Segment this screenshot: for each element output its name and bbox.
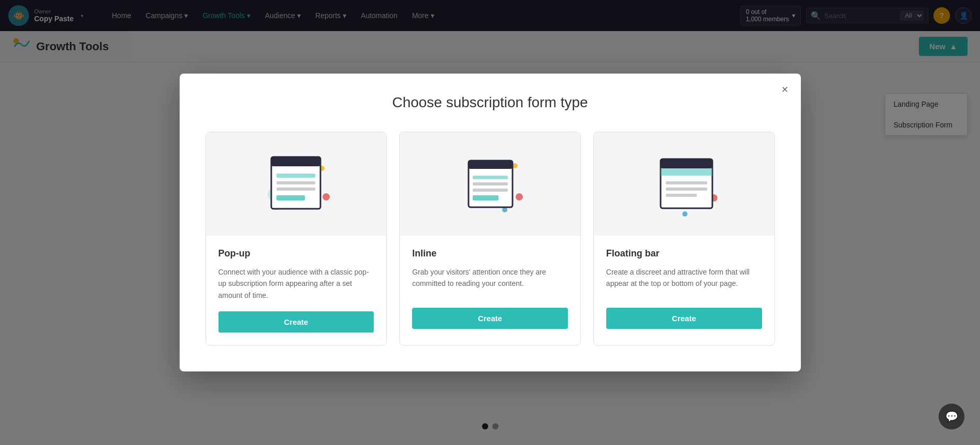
modal-cards: Pop-up Connect with your audience with a… xyxy=(206,132,775,346)
svg-rect-7 xyxy=(276,174,315,178)
modal-overlay: × Choose subscription form type xyxy=(0,0,980,445)
inline-card-title: Inline xyxy=(412,248,568,259)
svg-rect-26 xyxy=(661,159,712,168)
svg-point-13 xyxy=(516,193,523,200)
chat-button[interactable]: 💬 xyxy=(939,404,964,429)
inline-card-description: Grab your visitors' attention once they … xyxy=(412,266,568,297)
floating-bar-card-body: Floating bar Create a discreet and attra… xyxy=(594,236,774,341)
svg-rect-9 xyxy=(276,188,315,191)
chat-icon: 💬 xyxy=(945,410,958,423)
popup-illustration xyxy=(206,132,387,236)
popup-card-description: Connect with your audience with a classi… xyxy=(218,266,374,301)
popup-card: Pop-up Connect with your audience with a… xyxy=(206,132,387,346)
svg-rect-20 xyxy=(473,195,499,200)
svg-rect-28 xyxy=(666,181,707,184)
svg-rect-17 xyxy=(473,176,508,179)
svg-point-3 xyxy=(323,193,330,200)
modal-title: Choose subscription form type xyxy=(206,94,775,111)
inline-illustration-svg xyxy=(444,137,537,231)
modal-close-button[interactable]: × xyxy=(782,84,788,95)
inline-create-button[interactable]: Create xyxy=(412,308,568,329)
popup-illustration-svg xyxy=(250,137,343,231)
inline-card: Inline Grab your visitors' attention onc… xyxy=(399,132,581,346)
floating-bar-card-description: Create a discreet and attractive form th… xyxy=(606,266,762,297)
popup-card-body: Pop-up Connect with your audience with a… xyxy=(206,236,387,345)
svg-rect-18 xyxy=(473,182,508,185)
svg-rect-30 xyxy=(666,194,697,197)
close-icon: × xyxy=(782,83,788,96)
popup-card-title: Pop-up xyxy=(218,248,374,259)
floating-bar-create-button[interactable]: Create xyxy=(606,308,762,329)
popup-create-button[interactable]: Create xyxy=(218,311,374,333)
svg-rect-8 xyxy=(276,181,315,184)
inline-card-body: Inline Grab your visitors' attention onc… xyxy=(400,236,580,341)
subscription-form-modal: × Choose subscription form type xyxy=(180,74,801,371)
floating-bar-card-title: Floating bar xyxy=(606,248,762,259)
inline-illustration xyxy=(400,132,580,236)
floating-bar-illustration-svg xyxy=(637,137,730,231)
svg-rect-10 xyxy=(276,195,305,200)
svg-rect-29 xyxy=(666,188,707,191)
svg-rect-6 xyxy=(271,157,320,166)
svg-rect-16 xyxy=(469,161,513,169)
svg-point-24 xyxy=(682,211,688,217)
floating-bar-illustration xyxy=(594,132,774,236)
svg-rect-27 xyxy=(661,168,712,176)
svg-rect-19 xyxy=(473,189,508,192)
floating-bar-card: Floating bar Create a discreet and attra… xyxy=(593,132,775,346)
